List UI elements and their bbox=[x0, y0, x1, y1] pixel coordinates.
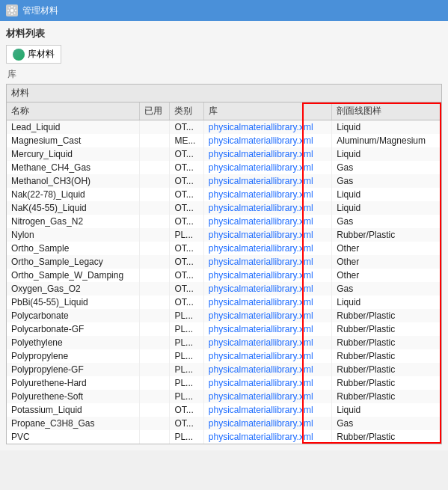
cell-hatch: Liquid bbox=[332, 120, 441, 135]
col-header-lib: 库 bbox=[203, 102, 331, 120]
table-row[interactable]: PolyethylenePL...physicalmateriallibrary… bbox=[7, 336, 441, 349]
cell-hatch: Rubber/Plastic bbox=[332, 376, 441, 390]
cell-hatch: Liquid bbox=[332, 188, 441, 201]
table-row[interactable]: Ortho_Sample_W_DampingOT...physicalmater… bbox=[7, 269, 441, 282]
cell-hatch: Rubber/Plastic bbox=[332, 336, 441, 349]
cell-lib: physicalmateriallibrary.xml bbox=[203, 403, 331, 417]
cell-used bbox=[139, 282, 170, 295]
cell-used bbox=[139, 390, 170, 403]
cell-used bbox=[139, 255, 170, 269]
table-row[interactable]: Ortho_Sample_LegacyOT...physicalmaterial… bbox=[7, 255, 441, 269]
table-row[interactable]: Oxygen_Gas_O2OT...physicalmateriallibrar… bbox=[7, 282, 441, 295]
cell-hatch: Gas bbox=[332, 161, 441, 174]
cell-used bbox=[139, 174, 170, 188]
cell-used bbox=[139, 228, 170, 242]
cell-lib: physicalmateriallibrary.xml bbox=[203, 161, 331, 174]
cell-name: Polyethylene bbox=[7, 336, 139, 349]
table-row[interactable]: Polyurethene-HardPL...physicalmaterialli… bbox=[7, 376, 441, 390]
cell-type: PL... bbox=[170, 376, 203, 390]
table-row[interactable]: Ortho_SampleOT...physicalmateriallibrary… bbox=[7, 242, 441, 255]
library-tab[interactable]: 库材料 bbox=[6, 45, 61, 64]
library-tab-label: 库材料 bbox=[28, 48, 55, 61]
cell-lib: physicalmateriallibrary.xml bbox=[203, 120, 331, 135]
materials-label: 材料 bbox=[7, 85, 441, 102]
col-header-type: 类别 bbox=[170, 102, 203, 120]
cell-hatch: Gas bbox=[332, 282, 441, 295]
cell-type: PL... bbox=[170, 363, 203, 376]
materials-section: 材料 名称 已用 类别 库 剖面线图样 Lead_LiquidOT...phys… bbox=[6, 84, 442, 444]
table-row[interactable]: PVCPL...physicalmateriallibrary.xmlRubbe… bbox=[7, 430, 441, 444]
table-row[interactable]: Mercury_LiquidOT...physicalmateriallibra… bbox=[7, 147, 441, 161]
table-row[interactable]: NylonPL...physicalmateriallibrary.xmlRub… bbox=[7, 228, 441, 242]
cell-lib: physicalmateriallibrary.xml bbox=[203, 201, 331, 215]
cell-lib: physicalmateriallibrary.xml bbox=[203, 228, 331, 242]
cell-used bbox=[139, 403, 170, 417]
cell-used bbox=[139, 336, 170, 349]
table-row[interactable]: Methanol_CH3(OH)OT...physicalmateriallib… bbox=[7, 174, 441, 188]
library-sub-label: 库 bbox=[6, 68, 442, 81]
cell-hatch: Aluminum/Magnesium bbox=[332, 134, 441, 147]
cell-used bbox=[139, 201, 170, 215]
main-content: 材料列表 库材料 库 材料 名称 已用 类别 库 剖面线图样 bbox=[0, 21, 448, 450]
table-row[interactable]: Nitrogen_Gas_N2OT...physicalmateriallibr… bbox=[7, 215, 441, 228]
table-row[interactable]: PolypropylenePL...physicalmateriallibrar… bbox=[7, 349, 441, 363]
cell-lib: physicalmateriallibrary.xml bbox=[203, 188, 331, 201]
cell-used bbox=[139, 349, 170, 363]
table-row[interactable]: Lead_LiquidOT...physicalmateriallibrary.… bbox=[7, 120, 441, 135]
cell-used bbox=[139, 363, 170, 376]
cell-lib: physicalmateriallibrary.xml bbox=[203, 430, 331, 444]
cell-name: Polycarbonate bbox=[7, 309, 139, 322]
cell-lib: physicalmateriallibrary.xml bbox=[203, 134, 331, 147]
table-header-row: 名称 已用 类别 库 剖面线图样 bbox=[7, 102, 441, 120]
cell-type: OT... bbox=[170, 147, 203, 161]
table-row[interactable]: PolycarbonatePL...physicalmateriallibrar… bbox=[7, 309, 441, 322]
cell-hatch: Rubber/Plastic bbox=[332, 309, 441, 322]
cell-lib: physicalmateriallibrary.xml bbox=[203, 215, 331, 228]
table-body: Lead_LiquidOT...physicalmateriallibrary.… bbox=[7, 120, 441, 444]
cell-hatch: Gas bbox=[332, 174, 441, 188]
table-row[interactable]: Potassium_LiquidOT...physicalmateriallib… bbox=[7, 403, 441, 417]
table-row[interactable]: PbBi(45-55)_LiquidOT...physicalmateriall… bbox=[7, 295, 441, 309]
cell-type: OT... bbox=[170, 295, 203, 309]
table-row[interactable]: Polypropylene-GFPL...physicalmateriallib… bbox=[7, 363, 441, 376]
cell-used bbox=[139, 188, 170, 201]
cell-type: OT... bbox=[170, 255, 203, 269]
col-header-name: 名称 bbox=[7, 102, 139, 120]
cell-type: OT... bbox=[170, 174, 203, 188]
title-text: 管理材料 bbox=[22, 4, 58, 17]
cell-used bbox=[139, 161, 170, 174]
cell-used bbox=[139, 269, 170, 282]
col-header-used: 已用 bbox=[139, 102, 170, 120]
cell-type: PL... bbox=[170, 336, 203, 349]
cell-type: OT... bbox=[170, 269, 203, 282]
table-row[interactable]: Polycarbonate-GFPL...physicalmateriallib… bbox=[7, 322, 441, 336]
cell-name: Ortho_Sample bbox=[7, 242, 139, 255]
cell-lib: physicalmateriallibrary.xml bbox=[203, 390, 331, 403]
cell-type: OT... bbox=[170, 282, 203, 295]
table-row[interactable]: Methane_CH4_GasOT...physicalmateriallibr… bbox=[7, 161, 441, 174]
cell-name: Oxygen_Gas_O2 bbox=[7, 282, 139, 295]
cell-hatch: Rubber/Plastic bbox=[332, 349, 441, 363]
cell-hatch: Liquid bbox=[332, 201, 441, 215]
cell-name: Lead_Liquid bbox=[7, 120, 139, 135]
cell-type: OT... bbox=[170, 215, 203, 228]
cell-type: PL... bbox=[170, 309, 203, 322]
table-wrapper: 名称 已用 类别 库 剖面线图样 Lead_LiquidOT...physica… bbox=[7, 102, 441, 444]
cell-lib: physicalmateriallibrary.xml bbox=[203, 295, 331, 309]
cell-type: OT... bbox=[170, 403, 203, 417]
cell-used bbox=[139, 242, 170, 255]
cell-used bbox=[139, 417, 170, 430]
table-row[interactable]: Polyurethene-SoftPL...physicalmaterialli… bbox=[7, 390, 441, 403]
cell-name: Methanol_CH3(OH) bbox=[7, 174, 139, 188]
cell-name: Mercury_Liquid bbox=[7, 147, 139, 161]
table-row[interactable]: Magnesium_CastME...physicalmateriallibra… bbox=[7, 134, 441, 147]
cell-type: PL... bbox=[170, 390, 203, 403]
cell-name: Methane_CH4_Gas bbox=[7, 161, 139, 174]
cell-name: Nak(22-78)_Liquid bbox=[7, 188, 139, 201]
table-row[interactable]: NaK(45-55)_LiquidOT...physicalmaterialli… bbox=[7, 201, 441, 215]
table-row[interactable]: Nak(22-78)_LiquidOT...physicalmaterialli… bbox=[7, 188, 441, 201]
table-row[interactable]: Propane_C3H8_GasOT...physicalmateriallib… bbox=[7, 417, 441, 430]
materials-table: 名称 已用 类别 库 剖面线图样 Lead_LiquidOT...physica… bbox=[7, 102, 441, 444]
cell-hatch: Rubber/Plastic bbox=[332, 228, 441, 242]
cell-type: PL... bbox=[170, 430, 203, 444]
